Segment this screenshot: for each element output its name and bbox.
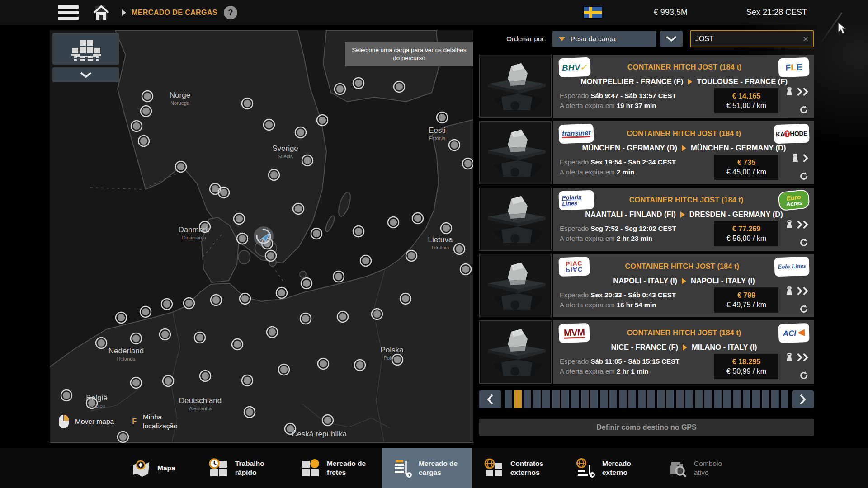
expected-label: Esperado xyxy=(560,92,589,99)
sort-expand-button[interactable] xyxy=(660,31,683,47)
expires-label: A oferta expira em xyxy=(560,301,615,309)
price-box: € 14.165 € 51,00 / km xyxy=(714,88,778,113)
expires-label: A oferta expira em xyxy=(560,367,615,375)
search-box[interactable]: × xyxy=(690,30,814,47)
page-tile[interactable] xyxy=(647,390,655,408)
page-tile[interactable] xyxy=(704,390,712,408)
help-icon[interactable]: ? xyxy=(224,6,237,19)
route-arrow-icon xyxy=(682,145,686,151)
page-tile[interactable] xyxy=(762,390,769,408)
page-tile[interactable] xyxy=(628,390,636,408)
urgency-chevrons-icon xyxy=(797,286,808,296)
page-tile[interactable] xyxy=(638,390,646,408)
nav-item-external-market[interactable]: Mercado externo xyxy=(566,448,656,488)
price: € 18.295 xyxy=(732,358,760,366)
chevron-down-icon xyxy=(665,35,677,42)
page-tile[interactable] xyxy=(714,390,722,408)
nav-item-freight-market[interactable]: Mercado de fretes xyxy=(290,448,380,488)
home-icon[interactable] xyxy=(91,4,111,22)
expected-label: Esperado xyxy=(560,291,589,299)
page-tile[interactable] xyxy=(771,390,779,408)
page-tile[interactable] xyxy=(733,390,741,408)
company-logo: BHV✓ xyxy=(559,58,590,76)
trailer-filter-button[interactable] xyxy=(52,33,119,65)
cargo-card[interactable]: Polaris Lines CONTAINER HITCH JOST (184 … xyxy=(479,188,814,251)
page-tile[interactable] xyxy=(781,390,788,408)
nav-item-cargo-market[interactable]: Mercado de cargas xyxy=(382,448,472,488)
search-input[interactable] xyxy=(695,35,803,43)
route-to: MÜNCHEN - GERMANY (D) xyxy=(691,144,786,152)
page-tile[interactable] xyxy=(695,390,703,408)
page-tile[interactable] xyxy=(619,390,627,408)
recurring-offer-icon xyxy=(799,305,808,314)
expected-label: Esperado xyxy=(560,357,589,365)
page-tile[interactable] xyxy=(581,390,589,408)
nav-item-map[interactable]: Mapa xyxy=(121,448,197,488)
urgency-chevrons-icon xyxy=(797,353,808,362)
breadcrumb-arrow-icon xyxy=(122,9,126,16)
nav-item-external-contracts[interactable]: Contratos externos xyxy=(474,448,564,488)
page-tile[interactable] xyxy=(657,390,665,408)
expected-time: Sex 19:54 - Sáb 2:34 CEST xyxy=(590,158,675,166)
page-tile[interactable] xyxy=(571,390,579,408)
route-from: MONTPELLIER - FRANCE (F) xyxy=(580,77,683,86)
page-tile[interactable] xyxy=(723,390,731,408)
map-filter-collapse-button[interactable] xyxy=(52,67,119,82)
urgency-chevrons-icon xyxy=(797,220,808,229)
expires-time: 2 min xyxy=(617,168,634,176)
price-box: € 77.269 € 56,00 / km xyxy=(714,221,778,246)
set-gps-destination-button[interactable]: Definir como destino no GPS xyxy=(479,419,814,436)
route-to: DRESDEN - GERMANY (D) xyxy=(689,210,783,219)
heavy-cargo-icon xyxy=(785,87,794,96)
page-tile[interactable] xyxy=(609,390,617,408)
page-tile[interactable] xyxy=(505,390,512,408)
europe-map[interactable]: Norge Noruega Sverige Suécia Danmark Din… xyxy=(50,30,473,443)
page-tile[interactable] xyxy=(524,390,531,408)
container-hitch-image xyxy=(480,55,551,117)
clear-search-icon[interactable]: × xyxy=(803,34,808,44)
page-tile[interactable] xyxy=(590,390,598,408)
cargo-title: CONTAINER HITCH JOST (184 t) xyxy=(589,262,775,271)
price: € 77.269 xyxy=(732,225,760,233)
route-from: MÜNCHEN - GERMANY (D) xyxy=(582,144,677,152)
page-tile[interactable] xyxy=(685,390,693,408)
client-logo: KATHODE xyxy=(774,124,808,143)
expected-time: Sáb 11:05 - Sáb 15:15 CEST xyxy=(590,357,679,365)
heavy-cargo-icon xyxy=(791,154,800,163)
prev-page-button[interactable] xyxy=(479,390,501,408)
page-tile[interactable] xyxy=(552,390,560,408)
page-tile[interactable] xyxy=(542,390,550,408)
page-tile[interactable] xyxy=(752,390,760,408)
route-to: TOULOUSE - FRANCE (F) xyxy=(697,77,787,86)
menu-icon[interactable] xyxy=(58,5,79,20)
page-tile[interactable] xyxy=(514,390,522,408)
next-page-button[interactable] xyxy=(792,390,814,408)
expected-time: Sex 20:33 - Sáb 0:43 CEST xyxy=(590,291,675,299)
route-arrow-icon xyxy=(682,278,686,284)
route-to: MILANO - ITALY (I) xyxy=(692,343,757,352)
cargo-card[interactable]: PIACPIAC CONTAINER HITCH JOST (184 t) Eo… xyxy=(479,254,814,317)
expires-time: 19 hr 37 min xyxy=(617,102,656,109)
pagination xyxy=(479,390,814,408)
page-tile[interactable] xyxy=(600,390,608,408)
player-money: € 993,5M xyxy=(654,8,688,17)
player-marker xyxy=(254,226,274,246)
client-logo: EuroAcres xyxy=(778,190,809,210)
cargo-card[interactable]: MVM CONTAINER HITCH JOST (184 t) ACI NIC… xyxy=(479,320,814,384)
cargo-card[interactable]: transinet CONTAINER HITCH JOST (184 t) K… xyxy=(479,121,814,184)
map-controls: Mover mapa F Minha localização xyxy=(59,413,193,430)
recurring-offer-icon xyxy=(799,238,808,247)
cargo-card[interactable]: BHV✓ CONTAINER HITCH JOST (184 t) FLE MO… xyxy=(479,55,814,118)
heavy-cargo-icon xyxy=(785,220,794,229)
company-logo: Polaris Lines xyxy=(559,191,593,209)
page-tile[interactable] xyxy=(561,390,569,408)
page-tile[interactable] xyxy=(676,390,684,408)
page-tile[interactable] xyxy=(743,390,750,408)
page-tile[interactable] xyxy=(533,390,541,408)
sort-dropdown[interactable]: Peso da carga xyxy=(552,31,656,47)
nav-item-quick-job[interactable]: Trabalho rápido xyxy=(198,448,288,488)
price: € 799 xyxy=(737,291,755,300)
page-tile[interactable] xyxy=(666,390,674,408)
sort-value: Peso da carga xyxy=(571,35,616,43)
container-hitch-image xyxy=(480,321,551,383)
